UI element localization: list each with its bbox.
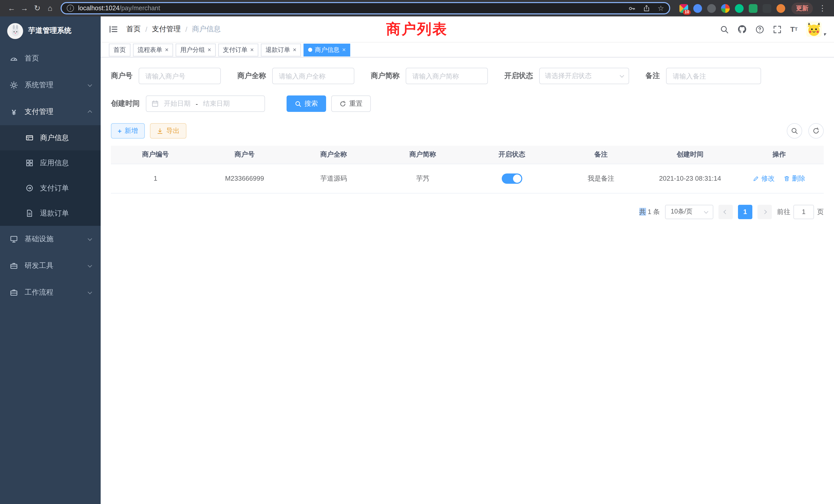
full-name-input[interactable] [272, 68, 354, 84]
fullscreen-icon[interactable] [773, 25, 782, 33]
short-name-input[interactable] [406, 68, 488, 84]
search-button-label: 搜索 [305, 99, 318, 108]
document-icon [25, 209, 34, 217]
add-button-label: 新增 [125, 126, 138, 136]
help-icon[interactable] [755, 25, 764, 33]
filter-row-2: 创建时间 开始日期 - 结束日期 [111, 95, 824, 112]
goto-page-input[interactable] [793, 205, 814, 219]
share-icon[interactable] [643, 5, 651, 12]
page-size-select[interactable]: 10条/页 [665, 205, 713, 219]
tab-user-group[interactable]: 用户分组 [176, 43, 216, 56]
breadcrumb-item-payment[interactable]: 支付管理 [152, 25, 181, 34]
edit-link[interactable]: 修改 [753, 174, 775, 183]
tab-process-form[interactable]: 流程表单 [133, 43, 173, 56]
font-size-icon[interactable]: TT [790, 25, 797, 33]
edit-link-label: 修改 [761, 174, 775, 183]
sidebar-item-infrastructure[interactable]: 基础设施 [0, 226, 101, 253]
close-icon[interactable] [342, 47, 346, 53]
close-icon[interactable] [250, 47, 254, 53]
extension-icon-3[interactable] [707, 4, 716, 13]
sidebar-item-workflow[interactable]: 工作流程 [0, 279, 101, 306]
extensions-puzzle-icon[interactable] [763, 4, 771, 13]
chevron-down-icon [620, 73, 624, 78]
close-icon[interactable] [165, 47, 169, 53]
browser-menu-icon[interactable] [816, 0, 829, 17]
tab-pay-order[interactable]: 支付订单 [218, 43, 258, 56]
export-button[interactable]: 导出 [150, 123, 186, 139]
github-icon[interactable] [738, 25, 747, 34]
merchant-no-input[interactable] [139, 68, 221, 84]
extension-icon-1[interactable]: 10 [679, 4, 688, 13]
next-page-button[interactable] [758, 205, 772, 219]
browser-profile-avatar[interactable] [776, 4, 785, 13]
search-button[interactable]: 搜索 [287, 95, 326, 112]
sidebar-item-refund-order[interactable]: 退款订单 [0, 201, 101, 226]
tab-label: 流程表单 [138, 45, 162, 54]
avatar[interactable] [806, 22, 822, 37]
sidebar-item-label: 退款订单 [40, 209, 69, 218]
total-suffix: 条 [653, 208, 660, 215]
sidebar-item-label: 研发工具 [25, 261, 53, 271]
sidebar-item-system[interactable]: 系统管理 [0, 72, 101, 98]
dashboard-icon [9, 54, 19, 63]
remark-input[interactable] [666, 68, 761, 84]
back-button[interactable] [5, 0, 18, 17]
date-end-placeholder: 结束日期 [203, 99, 230, 108]
total-count: 1 [648, 208, 651, 215]
caret-down-icon [823, 31, 826, 37]
table-toolbar: 新增 导出 [111, 123, 824, 139]
url-bar[interactable]: localhost:1024 /pay/merchant [61, 2, 670, 14]
extension-icon-2[interactable] [693, 4, 702, 13]
page-content: 商户号 商户全称 商户简称 开启状态 请选择开启状态 [101, 58, 834, 504]
bookmark-star-icon[interactable] [658, 4, 664, 12]
tab-home[interactable]: 首页 [109, 43, 130, 56]
breadcrumb-item-home[interactable]: 首页 [126, 25, 141, 34]
prev-page-button[interactable] [719, 205, 733, 219]
monitor-icon [9, 235, 19, 243]
password-key-icon[interactable] [628, 4, 636, 12]
sidebar-item-dev-tools[interactable]: 研发工具 [0, 253, 101, 279]
sidebar-toggle-icon[interactable] [109, 25, 118, 34]
status-toggle[interactable] [502, 173, 522, 183]
create-time-range-picker[interactable]: 开始日期 - 结束日期 [146, 95, 265, 112]
add-button[interactable]: 新增 [111, 123, 145, 139]
create-time-label: 创建时间 [111, 99, 140, 108]
chevron-down-icon [88, 263, 92, 268]
toggle-search-button[interactable] [787, 123, 802, 139]
plus-icon [117, 127, 122, 135]
extension-icon-4[interactable] [721, 4, 730, 13]
search-icon[interactable] [720, 25, 729, 33]
tab-merchant-info[interactable]: 商户信息 [304, 43, 350, 56]
page-1-button[interactable]: 1 [738, 205, 752, 219]
merchant-table: 商户编号 商户号 商户全称 商户简称 开启状态 备注 创建时间 操作 1 [111, 146, 824, 193]
sidebar-item-merchant-info[interactable]: 商户信息 [0, 125, 101, 151]
url-host: localhost:1024 [78, 5, 119, 12]
payment-submenu: 商户信息 应用信息 支付订单 [0, 125, 101, 226]
annotation-text: 商户列表 [386, 20, 448, 39]
forward-button[interactable] [18, 0, 31, 17]
date-separator: - [196, 100, 198, 108]
site-info-icon[interactable] [67, 5, 74, 12]
pay-order-icon [25, 184, 34, 192]
close-icon[interactable] [207, 47, 211, 53]
sidebar-item-payment[interactable]: 支付管理 [0, 98, 101, 125]
reload-button[interactable] [31, 0, 44, 17]
status-select[interactable]: 请选择开启状态 [539, 68, 629, 84]
user-avatar-menu[interactable] [806, 22, 826, 37]
home-button[interactable] [44, 0, 57, 17]
sidebar-item-pay-order[interactable]: 支付订单 [0, 176, 101, 201]
extension-icon-6[interactable] [749, 4, 758, 13]
full-name-label: 商户全称 [237, 71, 266, 81]
sidebar-item-app-info[interactable]: 应用信息 [0, 151, 101, 176]
browser-update-button[interactable]: 更新 [791, 2, 813, 14]
tab-refund-order[interactable]: 退款订单 [261, 43, 301, 56]
refresh-table-button[interactable] [808, 123, 824, 139]
pagination-total: 共 1 条 [639, 207, 660, 216]
cell-merchant-no: M233666999 [200, 164, 289, 193]
delete-link[interactable]: 删除 [784, 174, 805, 183]
extension-icon-5[interactable] [735, 4, 744, 13]
close-icon[interactable] [293, 47, 296, 53]
sidebar-item-home[interactable]: 首页 [0, 45, 101, 72]
table-header-row: 商户编号 商户号 商户全称 商户简称 开启状态 备注 创建时间 操作 [111, 146, 824, 164]
reset-button[interactable]: 重置 [331, 95, 371, 112]
